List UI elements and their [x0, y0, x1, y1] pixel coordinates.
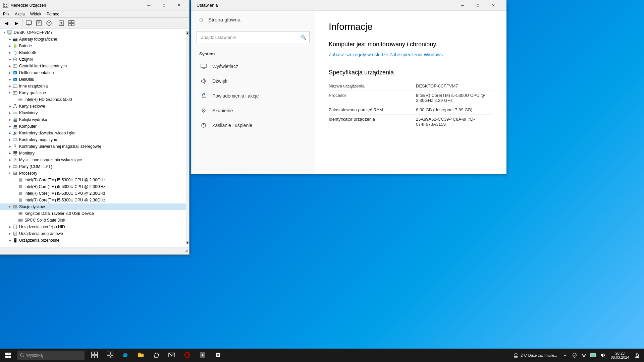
tree-item-inne[interactable]: ▶ Inne urządzenia — [0, 83, 189, 89]
settings-home-button[interactable]: ⌂ Strona główna — [191, 11, 315, 28]
baterie-toggle[interactable]: ▶ — [7, 43, 12, 49]
procesory-toggle[interactable]: ▼ — [7, 171, 12, 176]
monitory-toggle[interactable]: ▶ — [7, 150, 12, 156]
settings-search-input[interactable] — [197, 31, 310, 43]
dellinst-toggle[interactable]: ▶ — [7, 70, 12, 75]
toolbar-computer[interactable] — [24, 19, 34, 27]
dm-scrollbar[interactable]: ▲ ▼ — [186, 31, 189, 245]
nav-wyswietlacz[interactable]: Wyświetlacz — [191, 59, 315, 74]
taskbar-search-input[interactable] — [26, 353, 76, 358]
tree-item-cpu2[interactable]: Intel(R) Core(TM) i5-5300U CPU @ 2.30GHz — [0, 183, 189, 190]
tree-item-stacje-dyskow[interactable]: ▼ Stacje dysków — [0, 203, 189, 210]
network-tray-icon[interactable] — [580, 349, 588, 362]
tree-item-karty-sieciowe[interactable]: ▶ Karty sieciowe — [0, 103, 189, 110]
stacje-toggle[interactable]: ▼ — [7, 204, 12, 209]
tree-item-aparaty[interactable]: ▶ 📷 Aparaty fotograficzne — [0, 36, 189, 43]
tree-item-karty-graficzne[interactable]: ▼ Karty graficzne — [0, 89, 189, 96]
nav-powiadomienia[interactable]: Powiadomienia i akcje — [191, 88, 315, 103]
tree-item-bluetooth[interactable]: ▶ ⬡ Bluetooth — [0, 49, 189, 56]
aparaty-toggle[interactable]: ▶ — [7, 37, 12, 42]
tree-item-cpu3[interactable]: Intel(R) Core(TM) i5-5300U CPU @ 2.30GHz — [0, 190, 189, 197]
settings-taskbar-button[interactable] — [211, 349, 225, 362]
show-hidden-tray[interactable] — [561, 349, 569, 362]
tree-item-kontrolery-magazynu[interactable]: ▶ Kontrolery magazynu — [0, 136, 189, 143]
toolbar-back[interactable]: ◀ — [2, 19, 11, 27]
bluetooth-toggle[interactable]: ▶ — [7, 50, 12, 55]
graficzne-toggle[interactable]: ▼ — [7, 90, 12, 96]
usb-toggle[interactable]: ▶ — [7, 144, 12, 149]
tree-root[interactable]: ▼ DESKTOP-8CFFVM7 — [0, 29, 189, 36]
tree-item-spcc[interactable]: SPCC Solid State Disk — [0, 217, 189, 224]
toolbar-properties[interactable] — [34, 19, 44, 27]
tree-item-cpu4[interactable]: Intel(R) Core(TM) i5-5300U CPU @ 2.30GHz — [0, 197, 189, 203]
porty-toggle[interactable]: ▶ — [7, 164, 12, 169]
tree-item-baterie[interactable]: ▶ 🔋 Baterie — [0, 43, 189, 49]
toolbar-update-driver[interactable] — [57, 19, 66, 27]
tree-item-urzadzenia-hid[interactable]: ▶ Urządzenia interfejsu HID — [0, 224, 189, 230]
settings-close-btn[interactable]: ✕ — [486, 0, 501, 11]
nav-dzwiek[interactable]: Dźwięk — [191, 74, 315, 88]
start-button[interactable] — [0, 349, 16, 362]
nav-zasilanie[interactable]: Zasilanie i uśpienie — [191, 118, 315, 133]
tree-item-kontrolery-dzwieku[interactable]: ▶ 🔊 Kontrolery dźwięku, wideo i gier — [0, 130, 189, 136]
dellutils-toggle[interactable]: ▶ — [7, 77, 12, 82]
tree-item-urzadzenia-progr[interactable]: ▶ Urządzenia programowe — [0, 230, 189, 237]
files-button[interactable] — [133, 349, 148, 362]
notification-center-button[interactable] — [633, 349, 641, 362]
tree-item-procesory[interactable]: ▼ Procesory — [0, 170, 189, 177]
opera-button[interactable] — [180, 349, 195, 362]
tree-item-porty[interactable]: ▶ Porty (COM i LPT) — [0, 163, 189, 170]
tree-item-kolejki[interactable]: ▶ 🖨️ Kolejki wydruku — [0, 116, 189, 123]
tree-item-kingston[interactable]: Kingston DataTraveler 3.0 USB Device — [0, 210, 189, 217]
czujniki-toggle[interactable]: ▶ — [7, 57, 12, 62]
minimize-button[interactable]: ─ — [141, 0, 156, 10]
nav-skupienie[interactable]: Skupienie — [191, 103, 315, 118]
przenosne-toggle[interactable]: ▶ — [7, 238, 12, 243]
komputer-toggle[interactable]: ▶ — [7, 124, 12, 129]
device-tree[interactable]: ▼ DESKTOP-8CFFVM7 ▶ 📷 Aparaty fotografic… — [0, 28, 189, 247]
taskbar-clock[interactable]: 20:23 08.03.2024 — [608, 351, 632, 359]
root-toggle[interactable]: ▼ — [2, 30, 7, 35]
toolbar-forward[interactable]: ▶ — [12, 19, 21, 27]
kolejki-toggle[interactable]: ▶ — [7, 117, 12, 122]
tree-item-komputer[interactable]: ▶ 💻 Komputer — [0, 123, 189, 130]
settings-minimize-btn[interactable]: ─ — [455, 0, 470, 11]
edge-button[interactable] — [118, 349, 133, 362]
tree-item-kontrolery-usb[interactable]: ▶ Kontrolery uniwersalnej magistrali sze… — [0, 143, 189, 150]
weather-widget[interactable]: 2°C Duże zachmure... — [510, 352, 560, 359]
menu-file[interactable]: Plik — [0, 10, 12, 17]
store-button[interactable] — [149, 349, 164, 362]
settings-maximize-btn[interactable]: □ — [470, 0, 486, 11]
mysz-toggle[interactable]: ▶ — [7, 157, 12, 163]
klaw-toggle[interactable]: ▶ — [7, 110, 12, 116]
close-button[interactable]: ✕ — [171, 0, 186, 10]
czytniki-toggle[interactable]: ▶ — [7, 63, 12, 69]
menu-help[interactable]: Pomoc — [44, 10, 62, 17]
tree-item-czytniki[interactable]: ▶ Czytniki kart inteligentnych — [0, 63, 189, 69]
tree-item-cpu1[interactable]: Intel(R) Core(TM) i5-5300U CPU @ 2.30GHz — [0, 177, 189, 183]
volume-tray-icon[interactable] — [599, 349, 607, 362]
widgets-button[interactable] — [103, 349, 117, 362]
installer-button[interactable] — [195, 349, 210, 362]
toolbar-display-all[interactable] — [67, 19, 76, 27]
tree-item-dellutils[interactable]: ▶ D DellUtils — [0, 76, 189, 83]
inne-toggle[interactable]: ▶ — [7, 83, 12, 89]
sieciowe-toggle[interactable]: ▶ — [7, 104, 12, 109]
antivirus-tray-icon[interactable] — [571, 349, 579, 362]
tree-item-klawiatury[interactable]: ▶ ⌨️ Klawiatury — [0, 110, 189, 116]
maximize-button[interactable]: □ — [156, 0, 171, 10]
menu-view[interactable]: Widok — [28, 10, 44, 17]
security-details-link[interactable]: Zobacz szczegóły w usłudze Zabezpieczeni… — [329, 51, 493, 58]
menu-action[interactable]: Akcja — [12, 10, 27, 17]
tree-item-monitory[interactable]: ▶ 🖥️ Monitory — [0, 150, 189, 157]
taskview-button[interactable] — [87, 349, 102, 362]
hid-toggle[interactable]: ▶ — [7, 224, 12, 230]
tree-item-czujniki[interactable]: ▶ Czujniki — [0, 56, 189, 63]
magazyn-toggle[interactable]: ▶ — [7, 137, 12, 142]
mail-button[interactable] — [164, 349, 179, 362]
tree-item-dellinstrumentation[interactable]: ▶ D DellInstrumentation — [0, 69, 189, 76]
taskbar-search-box[interactable] — [17, 351, 85, 360]
tree-item-intel-hd[interactable]: Intel(R) HD Graphics 5500 — [0, 96, 189, 103]
dzwiek-toggle[interactable]: ▶ — [7, 130, 12, 136]
toolbar-help[interactable]: ? — [44, 19, 54, 27]
